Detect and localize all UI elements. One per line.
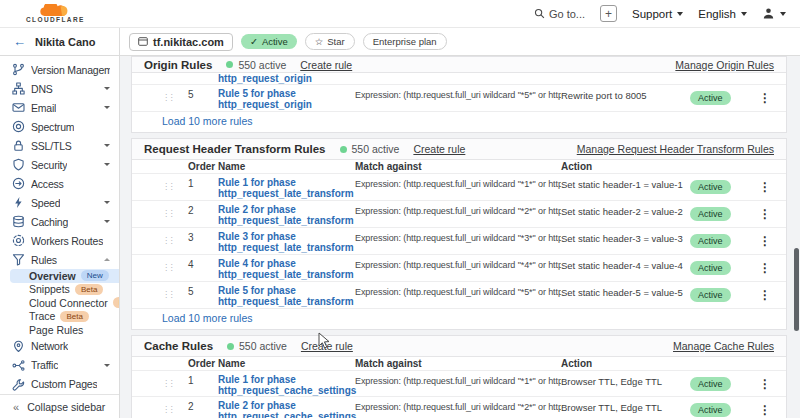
sidebar-item-label: Rules xyxy=(31,254,57,266)
column-header-row: OrderNameMatch againstAction xyxy=(132,160,786,174)
scrollbar-thumb[interactable] xyxy=(794,248,799,331)
status-badge: Active xyxy=(690,377,731,391)
domain-selector[interactable]: tf.nikitac.com xyxy=(129,33,233,51)
sidebar-item-overview[interactable]: OverviewNew xyxy=(10,269,119,283)
drag-handle-icon[interactable]: ⋮⋮ xyxy=(162,406,188,414)
manage-rules-link[interactable]: Manage Origin Rules xyxy=(675,59,774,71)
rule-name-link[interactable]: Rule 4 for phasehttp_request_late_transf… xyxy=(218,255,355,281)
sidebar-item-dns[interactable]: DNS xyxy=(0,79,119,98)
dns-icon xyxy=(12,82,25,95)
user-menu[interactable] xyxy=(762,7,786,20)
manage-rules-link[interactable]: Manage Cache Rules xyxy=(673,340,774,352)
rule-name-line1: Rule 1 for phase xyxy=(218,374,355,386)
column-header-match: Match against xyxy=(355,161,561,172)
rule-name-link[interactable]: Rule 5 for phasehttp_request_late_transf… xyxy=(218,282,355,308)
sidebar-item-speed[interactable]: Speed xyxy=(0,193,119,212)
rule-row: ⋮⋮4Rule 4 for phasehttp_request_late_tra… xyxy=(132,255,786,282)
rule-name-line2: http_request_late_transform xyxy=(218,269,355,281)
load-more-link[interactable]: Load 10 more rules xyxy=(162,115,252,127)
sidebar-item-label: Network xyxy=(31,340,68,352)
add-site-button[interactable]: + xyxy=(600,5,617,22)
drag-handle-icon[interactable]: ⋮⋮ xyxy=(162,237,188,245)
column-header-match: Match against xyxy=(355,358,561,369)
sidebar-item-security[interactable]: Security xyxy=(0,155,119,174)
kebab-menu-button[interactable]: ⋮ xyxy=(756,261,774,275)
rule-name-link[interactable]: Rule 1 for phasehttp_request_late_transf… xyxy=(218,174,355,200)
network-icon xyxy=(12,340,25,353)
sidebar-subitem-label: Page Rules xyxy=(29,324,83,336)
kebab-menu-button[interactable]: ⋮ xyxy=(756,234,774,248)
create-rule-link[interactable]: Create rule xyxy=(300,59,352,71)
sidebar-item-custom-pages[interactable]: Custom Pages xyxy=(0,375,119,394)
kebab-menu-button[interactable]: ⋮ xyxy=(756,91,774,105)
sidebar-item-cloud-connector[interactable]: Cloud ConnectorBeta xyxy=(0,296,119,310)
origin-rules-card: Origin Rules550 activeCreate ruleManage … xyxy=(131,56,787,133)
top-bar: CLOUDFLARE Go to... + Support English xyxy=(0,0,800,28)
kebab-menu-button[interactable]: ⋮ xyxy=(756,403,774,417)
sidebar-item-network[interactable]: Network xyxy=(0,337,119,356)
status-badge-cell: Active xyxy=(690,91,748,105)
search-icon xyxy=(534,8,545,19)
rule-order: 2 xyxy=(188,201,218,216)
sidebar-item-ssl-tls[interactable]: SSL/TLS xyxy=(0,136,119,155)
rule-name-link[interactable]: Rule 5 for phasehttp_request_origin xyxy=(218,85,355,111)
collapse-sidebar-button[interactable]: « Collapse sidebar xyxy=(0,394,119,418)
status-badge-cell: Active xyxy=(690,261,748,275)
sidebar-item-page-rules[interactable]: Page Rules xyxy=(0,323,119,337)
spectrum-icon xyxy=(12,120,25,133)
goto-search[interactable]: Go to... xyxy=(534,8,585,20)
create-rule-link[interactable]: Create rule xyxy=(413,143,465,155)
rule-match-expression: Expression: (http.request.full_uri wildc… xyxy=(355,228,561,243)
drag-handle-icon[interactable]: ⋮⋮ xyxy=(162,94,188,102)
kebab-menu-button[interactable]: ⋮ xyxy=(756,377,774,391)
sidebar-item-access[interactable]: Access xyxy=(0,174,119,193)
column-header-order: Order xyxy=(188,161,218,172)
sidebar-item-traffic[interactable]: Traffic xyxy=(0,356,119,375)
sidebar-item-version-management[interactable]: Version Management xyxy=(0,60,119,79)
sidebar-item-caching[interactable]: Caching xyxy=(0,212,119,231)
rule-action: Set static header-4 = value-4 xyxy=(561,255,690,271)
sidebar-item-spectrum[interactable]: Spectrum xyxy=(0,117,119,136)
chevron-down-icon xyxy=(677,12,683,16)
sidebar-item-email[interactable]: Email xyxy=(0,98,119,117)
load-more-link[interactable]: Load 10 more rules xyxy=(162,312,252,324)
status-badge: Active xyxy=(690,234,731,248)
support-menu[interactable]: Support xyxy=(632,8,683,20)
sidebar-item-snippets[interactable]: SnippetsBeta xyxy=(0,283,119,297)
manage-rules-link[interactable]: Manage Request Header Transform Rules xyxy=(577,143,774,155)
rule-name-link[interactable]: Rule 2 for phasehttp_request_late_transf… xyxy=(218,201,355,227)
sidebar-item-workers-routes[interactable]: Workers Routes xyxy=(0,231,119,250)
origin-rules-header: Origin Rules550 activeCreate ruleManage … xyxy=(132,57,786,73)
kebab-menu-button[interactable]: ⋮ xyxy=(756,180,774,194)
rule-name-line2: http_request_late_transform xyxy=(218,242,355,254)
drag-handle-icon[interactable]: ⋮⋮ xyxy=(162,291,188,299)
drag-handle-icon[interactable]: ⋮⋮ xyxy=(162,210,188,218)
kebab-menu-button[interactable]: ⋮ xyxy=(756,207,774,221)
rule-name-link[interactable]: http_request_origin xyxy=(218,73,355,84)
rule-name-line2: http_request_cache_settings xyxy=(218,385,355,397)
rule-match-expression: Expression: (http.request.full_uri wildc… xyxy=(355,371,561,386)
language-menu[interactable]: English xyxy=(698,8,747,20)
drag-handle-icon[interactable]: ⋮⋮ xyxy=(162,183,188,191)
create-rule-link[interactable]: Create rule xyxy=(301,340,353,352)
domain-name: tf.nikitac.com xyxy=(153,36,224,48)
rule-name-line2: http_request_cache_settings xyxy=(218,411,355,418)
cloudflare-logo[interactable]: CLOUDFLARE xyxy=(26,4,85,24)
rules-icon xyxy=(12,253,25,266)
drag-handle-icon[interactable]: ⋮⋮ xyxy=(162,380,188,388)
sidebar-subitem-label: Cloud Connector xyxy=(29,297,108,309)
chevron-down-icon xyxy=(104,220,110,223)
sidebar-item-trace[interactable]: TraceBeta xyxy=(0,310,119,324)
rule-name-link[interactable]: Rule 1 for phasehttp_request_cache_setti… xyxy=(218,371,355,397)
sidebar-item-rules[interactable]: Rules xyxy=(0,250,119,269)
status-badge-cell: Active xyxy=(690,207,748,221)
speed-icon xyxy=(12,196,25,209)
chevron-down-icon xyxy=(741,12,747,16)
drag-handle-icon[interactable]: ⋮⋮ xyxy=(162,264,188,272)
rule-name-link[interactable]: Rule 3 for phasehttp_request_late_transf… xyxy=(218,228,355,254)
star-button[interactable]: ☆ Star xyxy=(305,33,355,50)
rule-name-link[interactable]: Rule 2 for phasehttp_request_cache_setti… xyxy=(218,397,355,418)
ssl-icon xyxy=(12,139,25,152)
kebab-menu-button[interactable]: ⋮ xyxy=(756,288,774,302)
back-arrow-icon[interactable]: ← xyxy=(13,34,26,49)
